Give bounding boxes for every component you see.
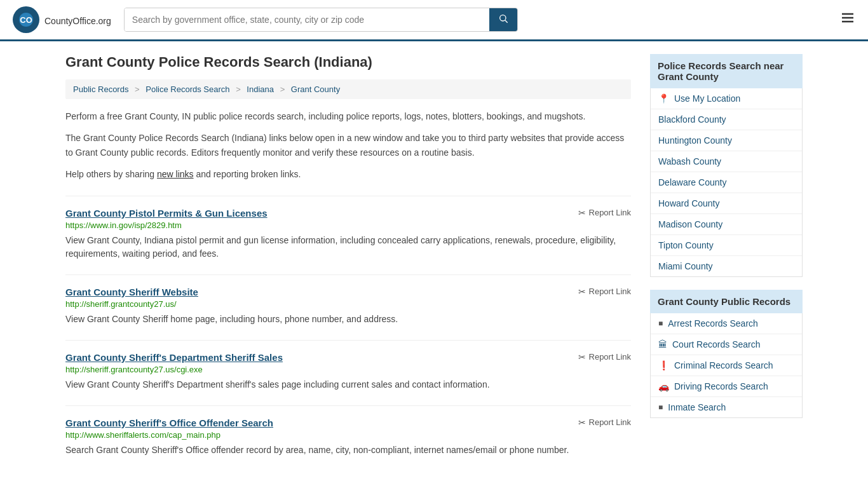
sidebar: Police Records Search near Grant County … bbox=[650, 54, 803, 457]
link-desc-3: Search Grant County Sheriff's Office off… bbox=[65, 444, 631, 457]
desc-1: Perform a free Grant County, IN public p… bbox=[65, 109, 631, 123]
sidebar-item-huntington-county[interactable]: Huntington County bbox=[651, 130, 802, 151]
court-records-icon: 🏛 bbox=[658, 339, 667, 349]
sidebar-nearby-list: 📍 Use My Location Blackford County Hunti… bbox=[650, 88, 803, 277]
page-title: Grant County Police Records Search (Indi… bbox=[65, 54, 631, 71]
sidebar-item-label: Miami County bbox=[658, 261, 713, 271]
search-button[interactable] bbox=[489, 8, 517, 31]
breadcrumb-sep-3: > bbox=[280, 85, 285, 94]
link-entry-0: Grant County Pistol Permits & Gun Licens… bbox=[65, 196, 631, 261]
report-link-1[interactable]: ✂ Report Link bbox=[578, 287, 631, 297]
sidebar-item-blackford-county[interactable]: Blackford County bbox=[651, 109, 802, 130]
sidebar-item-label: Criminal Records Search bbox=[674, 360, 773, 370]
sidebar-item-driving-records[interactable]: 🚗 Driving Records Search bbox=[651, 376, 802, 397]
logo-text: CountyOffice.org bbox=[44, 13, 111, 27]
sidebar-item-label: Wabash County bbox=[658, 156, 721, 166]
sidebar-item-arrest-records[interactable]: ■ Arrest Records Search bbox=[651, 313, 802, 334]
search-icon bbox=[498, 13, 508, 24]
link-title-3[interactable]: Grant County Sheriff's Office Offender S… bbox=[65, 417, 273, 428]
link-title-0[interactable]: Grant County Pistol Permits & Gun Licens… bbox=[65, 208, 268, 219]
link-title-2[interactable]: Grant County Sheriff's Department Sherif… bbox=[65, 352, 283, 363]
sidebar-item-label: Inmate Search bbox=[668, 402, 726, 412]
link-entry-2: Grant County Sheriff's Department Sherif… bbox=[65, 340, 631, 391]
report-link-2[interactable]: ✂ Report Link bbox=[578, 352, 631, 362]
breadcrumb: Public Records > Police Records Search >… bbox=[65, 79, 631, 99]
sidebar-item-use-my-location[interactable]: 📍 Use My Location bbox=[651, 88, 802, 109]
link-url-1: http://sheriff.grantcounty27.us/ bbox=[65, 299, 631, 309]
site-header: CO CountyOffice.org bbox=[0, 0, 868, 41]
sidebar-item-madison-county[interactable]: Madison County bbox=[651, 214, 802, 235]
sidebar-nearby-section: Police Records Search near Grant County … bbox=[650, 54, 803, 277]
sidebar-item-delaware-county[interactable]: Delaware County bbox=[651, 172, 802, 193]
link-desc-1: View Grant County Sheriff home page, inc… bbox=[65, 313, 631, 326]
link-desc-2: View Grant County Sheriff's Department s… bbox=[65, 378, 631, 391]
arrest-records-icon: ■ bbox=[658, 319, 663, 328]
breadcrumb-public-records[interactable]: Public Records bbox=[73, 85, 128, 94]
report-link-0[interactable]: ✂ Report Link bbox=[578, 208, 631, 218]
svg-line-4 bbox=[505, 20, 508, 23]
desc-2: The Grant County Police Records Search (… bbox=[65, 131, 631, 159]
report-icon-3: ✂ bbox=[578, 417, 586, 428]
sidebar-item-label: Tipton County bbox=[658, 240, 714, 250]
search-input[interactable] bbox=[125, 8, 489, 31]
sidebar-item-inmate-search[interactable]: ■ Inmate Search bbox=[651, 397, 802, 417]
sidebar-item-label: Madison County bbox=[658, 219, 722, 229]
sidebar-item-court-records[interactable]: 🏛 Court Records Search bbox=[651, 334, 802, 355]
sidebar-item-label: Huntington County bbox=[658, 135, 732, 146]
description: Perform a free Grant County, IN public p… bbox=[65, 109, 631, 182]
search-bar bbox=[124, 8, 518, 32]
sidebar-item-miami-county[interactable]: Miami County bbox=[651, 256, 802, 276]
sidebar-item-label: Use My Location bbox=[674, 93, 740, 104]
logo-icon: CO bbox=[13, 6, 39, 33]
inmate-search-icon: ■ bbox=[658, 403, 663, 412]
link-desc-0: View Grant County, Indiana pistol permit… bbox=[65, 234, 631, 261]
content-area: Grant County Police Records Search (Indi… bbox=[65, 54, 631, 457]
logo-link[interactable]: CO CountyOffice.org bbox=[13, 6, 111, 33]
sidebar-item-tipton-county[interactable]: Tipton County bbox=[651, 235, 802, 256]
breadcrumb-grant-county[interactable]: Grant County bbox=[291, 85, 340, 94]
report-link-3[interactable]: ✂ Report Link bbox=[578, 417, 631, 428]
location-icon: 📍 bbox=[658, 93, 669, 104]
sidebar-public-records-list: ■ Arrest Records Search 🏛 Court Records … bbox=[650, 313, 803, 418]
breadcrumb-sep-2: > bbox=[236, 85, 241, 94]
sidebar-item-label: Arrest Records Search bbox=[668, 318, 758, 329]
link-url-2: http://sheriff.grantcounty27.us/cgi.exe bbox=[65, 365, 631, 374]
desc-3: Help others by sharing new links and rep… bbox=[65, 167, 631, 181]
svg-point-3 bbox=[499, 15, 505, 21]
report-icon-0: ✂ bbox=[578, 208, 586, 218]
breadcrumb-sep-1: > bbox=[135, 85, 140, 94]
driving-records-icon: 🚗 bbox=[658, 381, 669, 391]
header-right bbox=[834, 10, 855, 29]
new-links-link[interactable]: new links bbox=[157, 169, 194, 179]
sidebar-nearby-title: Police Records Search near Grant County bbox=[650, 54, 803, 88]
sidebar-item-label: Driving Records Search bbox=[674, 381, 768, 391]
link-entry-3: Grant County Sheriff's Office Offender S… bbox=[65, 405, 631, 457]
link-title-1[interactable]: Grant County Sheriff Website bbox=[65, 287, 198, 297]
sidebar-item-label: Howard County bbox=[658, 198, 720, 208]
link-url-3: http://www.sheriffalerts.com/cap_main.ph… bbox=[65, 430, 631, 440]
report-icon-2: ✂ bbox=[578, 352, 586, 362]
sidebar-public-records-title: Grant County Public Records bbox=[650, 290, 803, 313]
link-url-0: https://www.in.gov/isp/2829.htm bbox=[65, 220, 631, 230]
report-icon-1: ✂ bbox=[578, 287, 586, 297]
svg-text:CO: CO bbox=[20, 15, 32, 25]
breadcrumb-police-records-search[interactable]: Police Records Search bbox=[146, 85, 229, 94]
main-container: Grant County Police Records Search (Indi… bbox=[53, 41, 815, 470]
sidebar-item-criminal-records[interactable]: ❗ Criminal Records Search bbox=[651, 355, 802, 376]
breadcrumb-indiana[interactable]: Indiana bbox=[247, 85, 274, 94]
sidebar-item-label: Delaware County bbox=[658, 177, 726, 187]
criminal-records-icon: ❗ bbox=[658, 360, 669, 370]
sidebar-public-records-section: Grant County Public Records ■ Arrest Rec… bbox=[650, 290, 803, 418]
sidebar-item-wabash-county[interactable]: Wabash County bbox=[651, 151, 802, 172]
sidebar-item-label: Court Records Search bbox=[672, 339, 761, 349]
link-entry-1: Grant County Sheriff Website ✂ Report Li… bbox=[65, 274, 631, 326]
sidebar-item-label: Blackford County bbox=[658, 114, 726, 125]
hamburger-menu-icon[interactable] bbox=[840, 10, 855, 29]
sidebar-item-howard-county[interactable]: Howard County bbox=[651, 193, 802, 214]
